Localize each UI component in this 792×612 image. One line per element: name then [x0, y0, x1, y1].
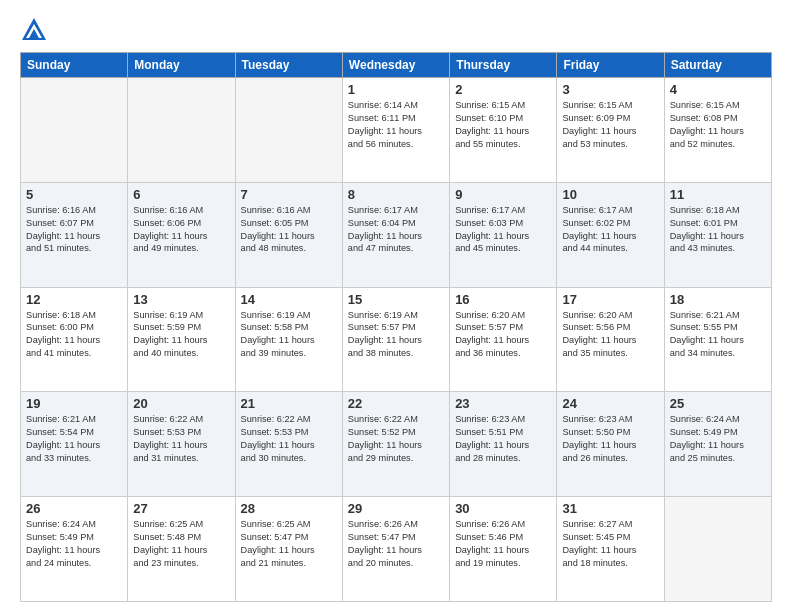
- weekday-header-wednesday: Wednesday: [342, 53, 449, 78]
- calendar-cell: 26Sunrise: 6:24 AM Sunset: 5:49 PM Dayli…: [21, 497, 128, 602]
- day-info: Sunrise: 6:27 AM Sunset: 5:45 PM Dayligh…: [562, 518, 658, 570]
- day-info: Sunrise: 6:16 AM Sunset: 6:06 PM Dayligh…: [133, 204, 229, 256]
- week-row-5: 26Sunrise: 6:24 AM Sunset: 5:49 PM Dayli…: [21, 497, 772, 602]
- calendar-cell: 3Sunrise: 6:15 AM Sunset: 6:09 PM Daylig…: [557, 78, 664, 183]
- day-number: 10: [562, 187, 658, 202]
- day-info: Sunrise: 6:19 AM Sunset: 5:57 PM Dayligh…: [348, 309, 444, 361]
- day-number: 21: [241, 396, 337, 411]
- calendar-cell: 16Sunrise: 6:20 AM Sunset: 5:57 PM Dayli…: [450, 287, 557, 392]
- week-row-4: 19Sunrise: 6:21 AM Sunset: 5:54 PM Dayli…: [21, 392, 772, 497]
- calendar-cell: [128, 78, 235, 183]
- weekday-header-saturday: Saturday: [664, 53, 771, 78]
- weekday-header-sunday: Sunday: [21, 53, 128, 78]
- day-info: Sunrise: 6:22 AM Sunset: 5:53 PM Dayligh…: [133, 413, 229, 465]
- calendar-cell: 23Sunrise: 6:23 AM Sunset: 5:51 PM Dayli…: [450, 392, 557, 497]
- day-number: 17: [562, 292, 658, 307]
- day-info: Sunrise: 6:26 AM Sunset: 5:47 PM Dayligh…: [348, 518, 444, 570]
- day-number: 9: [455, 187, 551, 202]
- week-row-2: 5Sunrise: 6:16 AM Sunset: 6:07 PM Daylig…: [21, 182, 772, 287]
- calendar-cell: 30Sunrise: 6:26 AM Sunset: 5:46 PM Dayli…: [450, 497, 557, 602]
- day-number: 11: [670, 187, 766, 202]
- day-number: 27: [133, 501, 229, 516]
- day-info: Sunrise: 6:15 AM Sunset: 6:09 PM Dayligh…: [562, 99, 658, 151]
- calendar-cell: 17Sunrise: 6:20 AM Sunset: 5:56 PM Dayli…: [557, 287, 664, 392]
- day-info: Sunrise: 6:16 AM Sunset: 6:07 PM Dayligh…: [26, 204, 122, 256]
- day-info: Sunrise: 6:20 AM Sunset: 5:57 PM Dayligh…: [455, 309, 551, 361]
- day-info: Sunrise: 6:14 AM Sunset: 6:11 PM Dayligh…: [348, 99, 444, 151]
- calendar-cell: [235, 78, 342, 183]
- day-number: 22: [348, 396, 444, 411]
- day-number: 8: [348, 187, 444, 202]
- page: SundayMondayTuesdayWednesdayThursdayFrid…: [0, 0, 792, 612]
- day-info: Sunrise: 6:24 AM Sunset: 5:49 PM Dayligh…: [670, 413, 766, 465]
- day-info: Sunrise: 6:17 AM Sunset: 6:03 PM Dayligh…: [455, 204, 551, 256]
- day-info: Sunrise: 6:16 AM Sunset: 6:05 PM Dayligh…: [241, 204, 337, 256]
- day-info: Sunrise: 6:17 AM Sunset: 6:02 PM Dayligh…: [562, 204, 658, 256]
- day-number: 25: [670, 396, 766, 411]
- day-info: Sunrise: 6:23 AM Sunset: 5:51 PM Dayligh…: [455, 413, 551, 465]
- calendar-cell: 22Sunrise: 6:22 AM Sunset: 5:52 PM Dayli…: [342, 392, 449, 497]
- calendar-cell: 25Sunrise: 6:24 AM Sunset: 5:49 PM Dayli…: [664, 392, 771, 497]
- day-number: 23: [455, 396, 551, 411]
- day-number: 3: [562, 82, 658, 97]
- day-number: 20: [133, 396, 229, 411]
- calendar-cell: [21, 78, 128, 183]
- day-info: Sunrise: 6:22 AM Sunset: 5:52 PM Dayligh…: [348, 413, 444, 465]
- day-info: Sunrise: 6:21 AM Sunset: 5:54 PM Dayligh…: [26, 413, 122, 465]
- day-info: Sunrise: 6:25 AM Sunset: 5:48 PM Dayligh…: [133, 518, 229, 570]
- calendar-cell: 10Sunrise: 6:17 AM Sunset: 6:02 PM Dayli…: [557, 182, 664, 287]
- weekday-header-row: SundayMondayTuesdayWednesdayThursdayFrid…: [21, 53, 772, 78]
- calendar-cell: [664, 497, 771, 602]
- day-number: 19: [26, 396, 122, 411]
- day-number: 13: [133, 292, 229, 307]
- calendar-cell: 13Sunrise: 6:19 AM Sunset: 5:59 PM Dayli…: [128, 287, 235, 392]
- weekday-header-tuesday: Tuesday: [235, 53, 342, 78]
- day-info: Sunrise: 6:25 AM Sunset: 5:47 PM Dayligh…: [241, 518, 337, 570]
- logo-icon: [20, 16, 48, 44]
- calendar-cell: 1Sunrise: 6:14 AM Sunset: 6:11 PM Daylig…: [342, 78, 449, 183]
- day-number: 1: [348, 82, 444, 97]
- calendar-cell: 2Sunrise: 6:15 AM Sunset: 6:10 PM Daylig…: [450, 78, 557, 183]
- calendar-cell: 11Sunrise: 6:18 AM Sunset: 6:01 PM Dayli…: [664, 182, 771, 287]
- day-number: 7: [241, 187, 337, 202]
- calendar-cell: 8Sunrise: 6:17 AM Sunset: 6:04 PM Daylig…: [342, 182, 449, 287]
- calendar-cell: 6Sunrise: 6:16 AM Sunset: 6:06 PM Daylig…: [128, 182, 235, 287]
- day-info: Sunrise: 6:18 AM Sunset: 6:00 PM Dayligh…: [26, 309, 122, 361]
- day-info: Sunrise: 6:15 AM Sunset: 6:08 PM Dayligh…: [670, 99, 766, 151]
- day-info: Sunrise: 6:20 AM Sunset: 5:56 PM Dayligh…: [562, 309, 658, 361]
- calendar-cell: 4Sunrise: 6:15 AM Sunset: 6:08 PM Daylig…: [664, 78, 771, 183]
- calendar-cell: 9Sunrise: 6:17 AM Sunset: 6:03 PM Daylig…: [450, 182, 557, 287]
- day-number: 12: [26, 292, 122, 307]
- day-number: 28: [241, 501, 337, 516]
- day-info: Sunrise: 6:17 AM Sunset: 6:04 PM Dayligh…: [348, 204, 444, 256]
- logo: [20, 16, 52, 44]
- calendar-cell: 24Sunrise: 6:23 AM Sunset: 5:50 PM Dayli…: [557, 392, 664, 497]
- day-number: 18: [670, 292, 766, 307]
- weekday-header-thursday: Thursday: [450, 53, 557, 78]
- calendar-cell: 12Sunrise: 6:18 AM Sunset: 6:00 PM Dayli…: [21, 287, 128, 392]
- calendar-cell: 28Sunrise: 6:25 AM Sunset: 5:47 PM Dayli…: [235, 497, 342, 602]
- calendar-cell: 21Sunrise: 6:22 AM Sunset: 5:53 PM Dayli…: [235, 392, 342, 497]
- calendar-cell: 18Sunrise: 6:21 AM Sunset: 5:55 PM Dayli…: [664, 287, 771, 392]
- header: [20, 16, 772, 44]
- day-number: 15: [348, 292, 444, 307]
- day-number: 16: [455, 292, 551, 307]
- day-info: Sunrise: 6:24 AM Sunset: 5:49 PM Dayligh…: [26, 518, 122, 570]
- calendar-cell: 19Sunrise: 6:21 AM Sunset: 5:54 PM Dayli…: [21, 392, 128, 497]
- day-info: Sunrise: 6:19 AM Sunset: 5:58 PM Dayligh…: [241, 309, 337, 361]
- day-number: 24: [562, 396, 658, 411]
- day-number: 14: [241, 292, 337, 307]
- calendar-cell: 5Sunrise: 6:16 AM Sunset: 6:07 PM Daylig…: [21, 182, 128, 287]
- day-number: 29: [348, 501, 444, 516]
- day-info: Sunrise: 6:19 AM Sunset: 5:59 PM Dayligh…: [133, 309, 229, 361]
- calendar-cell: 15Sunrise: 6:19 AM Sunset: 5:57 PM Dayli…: [342, 287, 449, 392]
- day-number: 5: [26, 187, 122, 202]
- day-info: Sunrise: 6:18 AM Sunset: 6:01 PM Dayligh…: [670, 204, 766, 256]
- week-row-1: 1Sunrise: 6:14 AM Sunset: 6:11 PM Daylig…: [21, 78, 772, 183]
- calendar-cell: 20Sunrise: 6:22 AM Sunset: 5:53 PM Dayli…: [128, 392, 235, 497]
- day-info: Sunrise: 6:15 AM Sunset: 6:10 PM Dayligh…: [455, 99, 551, 151]
- week-row-3: 12Sunrise: 6:18 AM Sunset: 6:00 PM Dayli…: [21, 287, 772, 392]
- calendar: SundayMondayTuesdayWednesdayThursdayFrid…: [20, 52, 772, 602]
- day-info: Sunrise: 6:22 AM Sunset: 5:53 PM Dayligh…: [241, 413, 337, 465]
- weekday-header-friday: Friday: [557, 53, 664, 78]
